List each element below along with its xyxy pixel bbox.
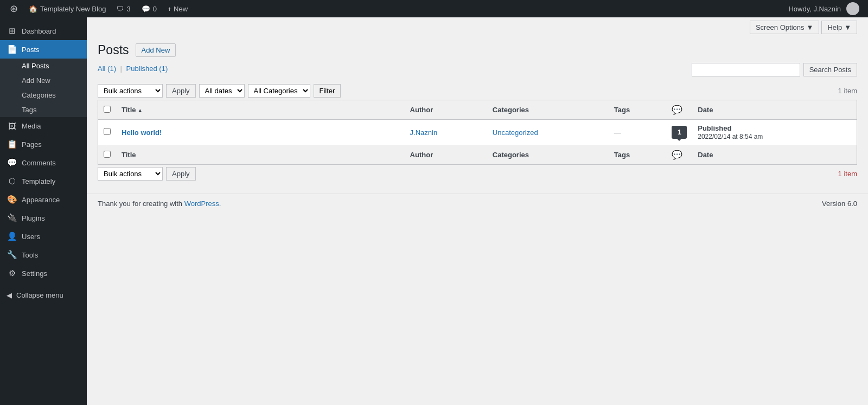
sidebar-item-add-new[interactable]: Add New	[0, 73, 87, 88]
sidebar-item-categories[interactable]: Categories	[0, 88, 87, 102]
col-title[interactable]: Title	[116, 100, 405, 120]
sidebar-item-media[interactable]: 🖼 Media	[0, 117, 87, 135]
media-icon: 🖼	[7, 121, 17, 131]
sidebar-item-dashboard[interactable]: ⊞ Dashboard	[0, 22, 87, 40]
table-foot: Title Author Categories Tags 💬	[98, 145, 857, 165]
post-title-link[interactable]: Hello world!	[122, 128, 162, 137]
table-body: Hello world! J.Naznin Uncategorized — 1 …	[98, 120, 857, 145]
col-categories: Categories	[487, 100, 609, 120]
sidebar-item-comments[interactable]: 💬 Comments	[0, 153, 87, 172]
tablenav-top: Bulk actions Apply All dates All Categor…	[98, 84, 857, 98]
row-category-cell: Uncategorized	[487, 120, 609, 145]
col-date: Date	[692, 100, 857, 120]
category-link[interactable]: Uncategorized	[493, 128, 538, 137]
search-posts-button[interactable]: Search Posts	[803, 63, 857, 76]
comment-col-icon-foot: 💬	[672, 150, 682, 159]
help-chevron-icon: ▼	[844, 23, 851, 31]
sidebar-item-tools[interactable]: 🔧 Tools	[0, 246, 87, 264]
date-filter-select[interactable]: All dates	[199, 84, 245, 98]
sidebar-item-pages[interactable]: 📋 Pages	[0, 135, 87, 153]
row-checkbox[interactable]	[104, 128, 111, 135]
add-new-button[interactable]: Add New	[136, 43, 176, 57]
bulk-actions-select-top[interactable]: Bulk actions	[98, 84, 163, 98]
filter-all-link[interactable]: All (1)	[98, 65, 118, 73]
howdy-text: Howdy, J.Naznin	[788, 5, 841, 13]
comments-menu-icon: 💬	[7, 158, 17, 168]
col-title-foot[interactable]: Title	[116, 145, 405, 165]
screen-options-label: Screen Options	[756, 23, 805, 31]
row-date-cell: Published 2022/02/14 at 8:54 am	[692, 120, 857, 145]
comments-icon: 💬	[142, 5, 150, 13]
sidebar-item-users[interactable]: 👤 Users	[0, 227, 87, 246]
admin-bar: ⊛ 🏠 Templately New Blog 🛡 3 💬 0 + New Ho…	[0, 0, 868, 17]
sidebar-item-label-posts: Posts	[22, 46, 40, 54]
adminbar-site-name[interactable]: 🏠 Templately New Blog	[23, 0, 111, 17]
sidebar-item-label-appearance: Appearance	[22, 196, 60, 204]
sidebar-item-templately[interactable]: ⬡ Templately	[0, 172, 87, 190]
screen-options-button[interactable]: Screen Options ▼	[750, 21, 819, 34]
posts-table: Title Author Categories Tags 💬	[98, 100, 857, 165]
sidebar-item-posts[interactable]: 📄 Posts	[0, 40, 87, 59]
comment-col-icon: 💬	[672, 105, 682, 114]
select-all-checkbox-foot[interactable]	[104, 151, 111, 158]
item-count-bottom: 1 item	[838, 170, 857, 178]
collapse-menu-button[interactable]: ◀ Collapse menu	[0, 287, 87, 304]
plugins-icon: 🔌	[7, 213, 17, 223]
wordpress-link[interactable]: WordPress	[184, 200, 219, 208]
new-label: + New	[168, 5, 188, 13]
sidebar-item-label-templately: Templately	[22, 177, 55, 185]
content-wrap: Posts Add New All (1) | Published (1)	[87, 37, 868, 194]
adminbar-wp-logo[interactable]: ⊛	[4, 0, 23, 17]
page-title: Posts	[98, 43, 129, 57]
help-button[interactable]: Help ▼	[821, 21, 857, 34]
search-posts-row: Search Posts	[692, 63, 857, 76]
appearance-icon: 🎨	[7, 195, 17, 204]
filter-published-link[interactable]: Published (1)	[126, 65, 168, 73]
adminbar-new[interactable]: + New	[162, 0, 193, 17]
posts-submenu: All Posts Add New Categories Tags	[0, 59, 87, 117]
sidebar-item-plugins[interactable]: 🔌 Plugins	[0, 209, 87, 227]
all-posts-label: All Posts	[22, 62, 49, 70]
apply-button-top[interactable]: Apply	[166, 84, 196, 98]
select-all-col	[98, 100, 117, 120]
wp-layout: ⊞ Dashboard 📄 Posts All Posts Add New Ca…	[0, 17, 868, 405]
sidebar-item-settings[interactable]: ⚙ Settings	[0, 264, 87, 282]
footer-thank-you: Thank you for creating with WordPress.	[98, 200, 221, 208]
tags-label: Tags	[22, 106, 36, 114]
sidebar-item-label-plugins: Plugins	[22, 214, 45, 222]
comment-bubble[interactable]: 1	[672, 126, 687, 139]
categories-label: Categories	[22, 91, 56, 99]
table-head: Title Author Categories Tags 💬	[98, 100, 857, 120]
sidebar-item-tags[interactable]: Tags	[0, 102, 87, 117]
bulk-actions-select-bottom[interactable]: Bulk actions	[98, 167, 163, 181]
filter-button[interactable]: Filter	[314, 84, 341, 98]
subsubsub-nav: All (1) | Published (1)	[98, 65, 168, 73]
adminbar-comments[interactable]: 💬 0	[136, 0, 162, 17]
sidebar-item-label-media: Media	[22, 122, 41, 130]
col-tags-foot: Tags	[609, 145, 667, 165]
category-filter-select[interactable]: All Categories	[248, 84, 310, 98]
adminbar-updates[interactable]: 🛡 3	[111, 0, 136, 17]
sidebar-item-appearance[interactable]: 🎨 Appearance	[0, 190, 87, 209]
col-author-foot: Author	[405, 145, 487, 165]
tools-icon: 🔧	[7, 250, 17, 260]
adminbar-right: Howdy, J.Naznin	[788, 2, 864, 15]
tags-value: —	[614, 128, 621, 137]
col-tags: Tags	[609, 100, 667, 120]
posts-icon: 📄	[7, 44, 17, 54]
wp-footer: Thank you for creating with WordPress. V…	[87, 194, 868, 213]
search-posts-input[interactable]	[692, 63, 800, 76]
row-comments-cell: 1	[666, 120, 692, 145]
updates-count: 3	[126, 5, 130, 13]
apply-button-bottom[interactable]: Apply	[166, 167, 196, 181]
sidebar-item-label-comments: Comments	[22, 159, 56, 167]
author-link[interactable]: J.Naznin	[410, 128, 438, 137]
select-all-col-foot	[98, 145, 117, 165]
pages-icon: 📋	[7, 139, 17, 149]
title-foot-label: Title	[122, 151, 136, 159]
col-date-foot: Date	[692, 145, 857, 165]
sidebar-item-label-tools: Tools	[22, 251, 38, 259]
select-all-checkbox[interactable]	[104, 106, 111, 113]
sidebar-item-label-dashboard: Dashboard	[22, 27, 56, 35]
sidebar-item-all-posts[interactable]: All Posts	[0, 59, 87, 73]
